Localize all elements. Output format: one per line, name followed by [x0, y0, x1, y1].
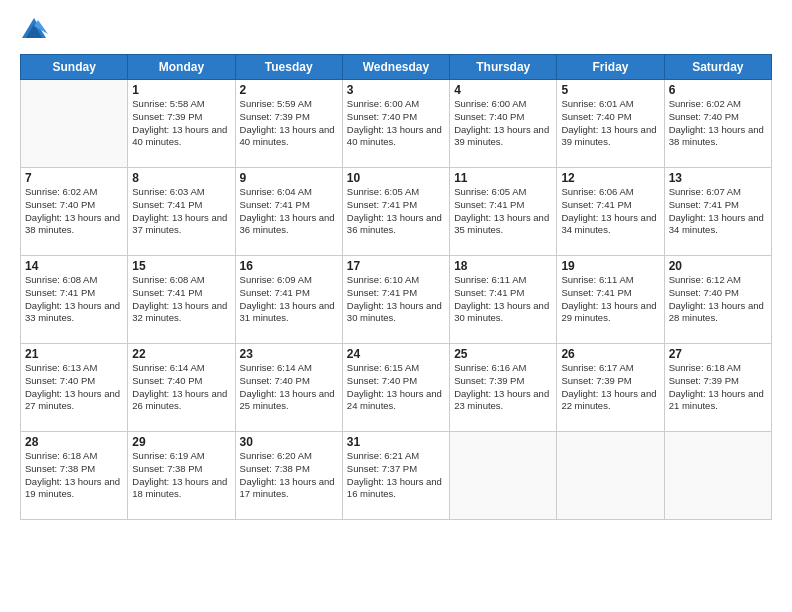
day-info: Sunrise: 6:03 AM Sunset: 7:41 PM Dayligh…: [132, 186, 230, 237]
day-number: 6: [669, 83, 767, 97]
day-cell-10: 10Sunrise: 6:05 AM Sunset: 7:41 PM Dayli…: [342, 168, 449, 256]
day-info: Sunrise: 6:04 AM Sunset: 7:41 PM Dayligh…: [240, 186, 338, 237]
week-row-5: 28Sunrise: 6:18 AM Sunset: 7:38 PM Dayli…: [21, 432, 772, 520]
day-number: 10: [347, 171, 445, 185]
day-cell-30: 30Sunrise: 6:20 AM Sunset: 7:38 PM Dayli…: [235, 432, 342, 520]
day-cell-16: 16Sunrise: 6:09 AM Sunset: 7:41 PM Dayli…: [235, 256, 342, 344]
day-info: Sunrise: 6:18 AM Sunset: 7:38 PM Dayligh…: [25, 450, 123, 501]
day-cell-1: 1Sunrise: 5:58 AM Sunset: 7:39 PM Daylig…: [128, 80, 235, 168]
day-number: 3: [347, 83, 445, 97]
day-number: 13: [669, 171, 767, 185]
day-cell-25: 25Sunrise: 6:16 AM Sunset: 7:39 PM Dayli…: [450, 344, 557, 432]
day-cell-20: 20Sunrise: 6:12 AM Sunset: 7:40 PM Dayli…: [664, 256, 771, 344]
week-row-2: 7Sunrise: 6:02 AM Sunset: 7:40 PM Daylig…: [21, 168, 772, 256]
day-info: Sunrise: 6:18 AM Sunset: 7:39 PM Dayligh…: [669, 362, 767, 413]
page: SundayMondayTuesdayWednesdayThursdayFrid…: [0, 0, 792, 612]
day-cell-19: 19Sunrise: 6:11 AM Sunset: 7:41 PM Dayli…: [557, 256, 664, 344]
day-info: Sunrise: 6:13 AM Sunset: 7:40 PM Dayligh…: [25, 362, 123, 413]
day-number: 27: [669, 347, 767, 361]
day-number: 26: [561, 347, 659, 361]
day-cell-11: 11Sunrise: 6:05 AM Sunset: 7:41 PM Dayli…: [450, 168, 557, 256]
day-cell-4: 4Sunrise: 6:00 AM Sunset: 7:40 PM Daylig…: [450, 80, 557, 168]
day-info: Sunrise: 6:14 AM Sunset: 7:40 PM Dayligh…: [132, 362, 230, 413]
day-info: Sunrise: 6:16 AM Sunset: 7:39 PM Dayligh…: [454, 362, 552, 413]
day-cell-18: 18Sunrise: 6:11 AM Sunset: 7:41 PM Dayli…: [450, 256, 557, 344]
day-cell-5: 5Sunrise: 6:01 AM Sunset: 7:40 PM Daylig…: [557, 80, 664, 168]
day-number: 14: [25, 259, 123, 273]
day-cell-31: 31Sunrise: 6:21 AM Sunset: 7:37 PM Dayli…: [342, 432, 449, 520]
day-cell-29: 29Sunrise: 6:19 AM Sunset: 7:38 PM Dayli…: [128, 432, 235, 520]
day-info: Sunrise: 5:59 AM Sunset: 7:39 PM Dayligh…: [240, 98, 338, 149]
day-info: Sunrise: 6:00 AM Sunset: 7:40 PM Dayligh…: [347, 98, 445, 149]
empty-cell: [21, 80, 128, 168]
day-info: Sunrise: 6:10 AM Sunset: 7:41 PM Dayligh…: [347, 274, 445, 325]
day-info: Sunrise: 6:05 AM Sunset: 7:41 PM Dayligh…: [347, 186, 445, 237]
day-info: Sunrise: 6:06 AM Sunset: 7:41 PM Dayligh…: [561, 186, 659, 237]
day-header-tuesday: Tuesday: [235, 55, 342, 80]
day-cell-2: 2Sunrise: 5:59 AM Sunset: 7:39 PM Daylig…: [235, 80, 342, 168]
day-info: Sunrise: 6:19 AM Sunset: 7:38 PM Dayligh…: [132, 450, 230, 501]
logo-icon: [20, 16, 48, 44]
day-cell-22: 22Sunrise: 6:14 AM Sunset: 7:40 PM Dayli…: [128, 344, 235, 432]
day-number: 17: [347, 259, 445, 273]
day-number: 11: [454, 171, 552, 185]
day-info: Sunrise: 6:09 AM Sunset: 7:41 PM Dayligh…: [240, 274, 338, 325]
day-number: 30: [240, 435, 338, 449]
header: [20, 16, 772, 44]
day-header-friday: Friday: [557, 55, 664, 80]
day-number: 21: [25, 347, 123, 361]
day-cell-28: 28Sunrise: 6:18 AM Sunset: 7:38 PM Dayli…: [21, 432, 128, 520]
day-cell-17: 17Sunrise: 6:10 AM Sunset: 7:41 PM Dayli…: [342, 256, 449, 344]
day-number: 1: [132, 83, 230, 97]
day-cell-15: 15Sunrise: 6:08 AM Sunset: 7:41 PM Dayli…: [128, 256, 235, 344]
day-cell-8: 8Sunrise: 6:03 AM Sunset: 7:41 PM Daylig…: [128, 168, 235, 256]
day-number: 22: [132, 347, 230, 361]
day-cell-3: 3Sunrise: 6:00 AM Sunset: 7:40 PM Daylig…: [342, 80, 449, 168]
day-cell-21: 21Sunrise: 6:13 AM Sunset: 7:40 PM Dayli…: [21, 344, 128, 432]
empty-cell: [557, 432, 664, 520]
empty-cell: [450, 432, 557, 520]
day-number: 19: [561, 259, 659, 273]
day-number: 7: [25, 171, 123, 185]
day-cell-26: 26Sunrise: 6:17 AM Sunset: 7:39 PM Dayli…: [557, 344, 664, 432]
day-header-sunday: Sunday: [21, 55, 128, 80]
day-header-wednesday: Wednesday: [342, 55, 449, 80]
day-info: Sunrise: 6:02 AM Sunset: 7:40 PM Dayligh…: [669, 98, 767, 149]
day-cell-6: 6Sunrise: 6:02 AM Sunset: 7:40 PM Daylig…: [664, 80, 771, 168]
day-number: 4: [454, 83, 552, 97]
day-info: Sunrise: 6:12 AM Sunset: 7:40 PM Dayligh…: [669, 274, 767, 325]
day-number: 23: [240, 347, 338, 361]
day-info: Sunrise: 6:14 AM Sunset: 7:40 PM Dayligh…: [240, 362, 338, 413]
day-cell-12: 12Sunrise: 6:06 AM Sunset: 7:41 PM Dayli…: [557, 168, 664, 256]
empty-cell: [664, 432, 771, 520]
day-info: Sunrise: 6:15 AM Sunset: 7:40 PM Dayligh…: [347, 362, 445, 413]
day-header-saturday: Saturday: [664, 55, 771, 80]
day-cell-27: 27Sunrise: 6:18 AM Sunset: 7:39 PM Dayli…: [664, 344, 771, 432]
day-cell-7: 7Sunrise: 6:02 AM Sunset: 7:40 PM Daylig…: [21, 168, 128, 256]
day-info: Sunrise: 6:08 AM Sunset: 7:41 PM Dayligh…: [25, 274, 123, 325]
day-number: 8: [132, 171, 230, 185]
day-cell-9: 9Sunrise: 6:04 AM Sunset: 7:41 PM Daylig…: [235, 168, 342, 256]
day-cell-14: 14Sunrise: 6:08 AM Sunset: 7:41 PM Dayli…: [21, 256, 128, 344]
day-info: Sunrise: 6:20 AM Sunset: 7:38 PM Dayligh…: [240, 450, 338, 501]
day-number: 20: [669, 259, 767, 273]
day-info: Sunrise: 6:05 AM Sunset: 7:41 PM Dayligh…: [454, 186, 552, 237]
day-number: 24: [347, 347, 445, 361]
week-row-1: 1Sunrise: 5:58 AM Sunset: 7:39 PM Daylig…: [21, 80, 772, 168]
day-header-monday: Monday: [128, 55, 235, 80]
day-header-thursday: Thursday: [450, 55, 557, 80]
header-row: SundayMondayTuesdayWednesdayThursdayFrid…: [21, 55, 772, 80]
day-info: Sunrise: 5:58 AM Sunset: 7:39 PM Dayligh…: [132, 98, 230, 149]
day-number: 18: [454, 259, 552, 273]
day-info: Sunrise: 6:01 AM Sunset: 7:40 PM Dayligh…: [561, 98, 659, 149]
day-cell-24: 24Sunrise: 6:15 AM Sunset: 7:40 PM Dayli…: [342, 344, 449, 432]
day-number: 5: [561, 83, 659, 97]
day-number: 16: [240, 259, 338, 273]
day-number: 2: [240, 83, 338, 97]
day-info: Sunrise: 6:17 AM Sunset: 7:39 PM Dayligh…: [561, 362, 659, 413]
day-info: Sunrise: 6:21 AM Sunset: 7:37 PM Dayligh…: [347, 450, 445, 501]
logo: [20, 16, 52, 44]
day-number: 28: [25, 435, 123, 449]
day-cell-23: 23Sunrise: 6:14 AM Sunset: 7:40 PM Dayli…: [235, 344, 342, 432]
day-number: 31: [347, 435, 445, 449]
